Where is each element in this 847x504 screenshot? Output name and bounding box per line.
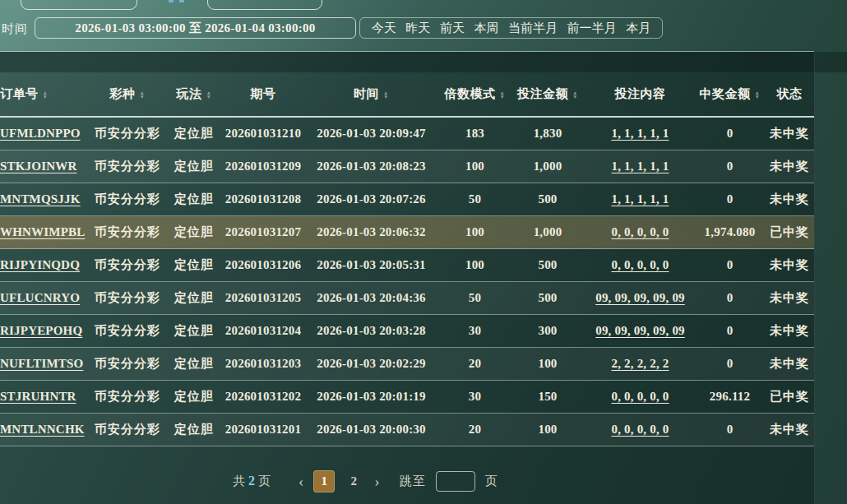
table-row: UFMLDNPPO币安分分彩定位胆2026010312102026-01-03 … — [0, 118, 814, 150]
partial-input-2[interactable] — [207, 0, 322, 10]
next-page-icon[interactable]: › — [373, 474, 381, 489]
column-header-label: 彩种 — [110, 86, 136, 102]
order_id-cell: RIJPYEPOHQ — [0, 324, 90, 338]
win_amount-cell: 0 — [695, 160, 765, 173]
order_id-cell: UFLUCNRYO — [0, 291, 90, 305]
bet-content-link[interactable]: 0, 0, 0, 0, 0 — [611, 390, 669, 403]
page-button-1[interactable]: 1 — [313, 470, 335, 492]
order-id-link[interactable]: RIJPYINQDQ — [0, 258, 80, 271]
bet-content-link[interactable]: 1, 1, 1, 1, 1 — [611, 127, 669, 140]
bet-content-link[interactable]: 0, 0, 0, 0, 0 — [611, 225, 669, 238]
status-cell: 未中奖 — [765, 323, 814, 339]
quick-date-button-3[interactable]: 本周 — [472, 21, 500, 36]
bet_amount-cell: 500 — [510, 258, 585, 272]
sort-caret-icon[interactable]: ▲▼ — [755, 91, 761, 99]
column-header-lottery[interactable]: 彩种▲▼ — [90, 86, 164, 102]
column-header-multiplier[interactable]: 倍数模式▲▼ — [440, 86, 510, 102]
multiplier-cell: 30 — [440, 390, 510, 404]
period-cell: 202601031204 — [224, 324, 303, 338]
win_amount-cell: 0 — [695, 258, 765, 272]
sort-caret-icon[interactable]: ▲▼ — [383, 91, 389, 99]
quick-date-button-2[interactable]: 前天 — [438, 21, 466, 36]
order-id-link[interactable]: STJRUHNTR — [0, 390, 76, 403]
status-cell: 未中奖 — [765, 159, 814, 174]
table-header-row: 订单号▲▼彩种▲▼玩法▲▼期号时间▲▼倍数模式▲▼投注金额▲▼投注内容中奖金额▲… — [0, 72, 814, 118]
column-header-play[interactable]: 玩法▲▼ — [164, 86, 224, 102]
quick-date-button-0[interactable]: 今天 — [370, 21, 398, 36]
quick-date-button-4[interactable]: 当前半月 — [507, 21, 559, 36]
order-id-link[interactable]: WHNWIMPBL — [0, 225, 85, 238]
bet-content-link[interactable]: 1, 1, 1, 1, 1 — [611, 192, 669, 206]
time-cell: 2026-01-03 20:09:47 — [303, 127, 440, 141]
status-cell: 未中奖 — [765, 290, 814, 306]
bet_amount-cell: 1,000 — [510, 225, 585, 239]
win_amount-cell: 0 — [695, 357, 765, 371]
order-id-link[interactable]: MNTMQSJJK — [0, 192, 81, 206]
date-range-input[interactable]: 2026-01-03 03:00:00 至 2026-01-04 03:00:0… — [35, 17, 356, 39]
lottery-cell: 币安分分彩 — [90, 290, 164, 306]
column-header-label: 时间 — [354, 86, 379, 102]
sort-caret-icon[interactable]: ▲▼ — [140, 91, 146, 99]
order-id-link[interactable]: NUFLTIMTSO — [0, 357, 83, 370]
time-cell: 2026-01-03 20:05:31 — [303, 258, 440, 272]
jump-to-page-input[interactable] — [436, 471, 475, 492]
sort-caret-icon[interactable]: ▲▼ — [43, 91, 49, 99]
bet-content-link[interactable]: 09, 09, 09, 09, 09 — [595, 291, 685, 304]
lottery-cell: 币安分分彩 — [90, 422, 164, 437]
multiplier-cell: 20 — [440, 423, 510, 437]
column-header-label: 中奖金额 — [700, 86, 751, 102]
column-header-label: 订单号 — [0, 86, 39, 102]
column-header-bet_amount[interactable]: 投注金额▲▼ — [510, 86, 585, 102]
column-header-order_id[interactable]: 订单号▲▼ — [0, 86, 90, 102]
lottery-cell: 币安分分彩 — [90, 126, 164, 141]
column-header-time[interactable]: 时间▲▼ — [303, 86, 440, 102]
bet-content-link[interactable]: 0, 0, 0, 0, 0 — [611, 258, 669, 271]
sort-caret-icon[interactable]: ▲▼ — [572, 91, 578, 99]
lottery-cell: 币安分分彩 — [90, 159, 164, 174]
play-cell: 定位胆 — [164, 126, 224, 141]
status-cell: 未中奖 — [765, 257, 814, 273]
play-cell: 定位胆 — [164, 257, 224, 273]
bet_content-cell: 0, 0, 0, 0, 0 — [585, 258, 695, 272]
win_amount-cell: 0 — [695, 324, 765, 338]
page: 时间 2026-01-03 03:00:00 至 2026-01-04 03:0… — [0, 0, 847, 504]
prev-page-icon[interactable]: ‹ — [297, 474, 305, 489]
bet-content-link[interactable]: 1, 1, 1, 1, 1 — [611, 160, 669, 173]
partial-input-1[interactable] — [21, 0, 137, 10]
quick-date-button-6[interactable]: 本月 — [624, 21, 652, 36]
bet_amount-cell: 100 — [510, 423, 585, 437]
bet_content-cell: 2, 2, 2, 2, 2 — [585, 357, 695, 371]
play-cell: 定位胆 — [164, 422, 224, 437]
play-cell: 定位胆 — [164, 356, 224, 372]
sort-caret-icon[interactable]: ▲▼ — [500, 91, 506, 99]
lottery-cell: 币安分分彩 — [90, 192, 164, 207]
bet_amount-cell: 500 — [510, 291, 585, 305]
time-cell: 2026-01-03 20:01:19 — [303, 390, 440, 404]
order_id-cell: NUFLTIMTSO — [0, 357, 90, 371]
bet-content-link[interactable]: 09, 09, 09, 09, 09 — [595, 324, 685, 337]
table-row: RIJPYEPOHQ币安分分彩定位胆2026010312042026-01-03… — [0, 315, 814, 348]
play-cell: 定位胆 — [164, 389, 224, 405]
order-id-link[interactable]: UFLUCNRYO — [0, 291, 80, 304]
page-total-count: 2 — [248, 474, 255, 488]
period-cell: 202601031202 — [224, 390, 303, 404]
play-cell: 定位胆 — [164, 224, 224, 240]
play-cell: 定位胆 — [164, 290, 224, 306]
order-id-link[interactable]: STKJOINWR — [0, 160, 77, 173]
quick-date-buttons-group: 今天昨天前天本周当前半月前一半月本月 — [359, 17, 663, 39]
order-id-link[interactable]: UFMLDNPPO — [0, 127, 81, 140]
quick-date-button-5[interactable]: 前一半月 — [566, 21, 618, 36]
table-body: UFMLDNPPO币安分分彩定位胆2026010312102026-01-03 … — [0, 118, 814, 446]
order-id-link[interactable]: RIJPYEPOHQ — [0, 324, 82, 337]
bet_content-cell: 0, 0, 0, 0, 0 — [585, 423, 695, 437]
table-row: STJRUHNTR币安分分彩定位胆2026010312022026-01-03 … — [0, 381, 814, 414]
column-header-win_amount[interactable]: 中奖金额▲▼ — [695, 86, 765, 102]
order-id-link[interactable]: MNTLNNCHK — [0, 423, 85, 436]
period-cell: 202601031208 — [224, 192, 303, 206]
bet-content-link[interactable]: 2, 2, 2, 2, 2 — [611, 357, 669, 370]
status-cell: 未中奖 — [765, 192, 814, 207]
quick-date-button-1[interactable]: 昨天 — [404, 21, 432, 36]
sort-caret-icon[interactable]: ▲▼ — [206, 91, 212, 99]
page-button-2[interactable]: 2 — [343, 470, 364, 492]
bet-content-link[interactable]: 0, 0, 0, 0, 0 — [611, 423, 669, 436]
